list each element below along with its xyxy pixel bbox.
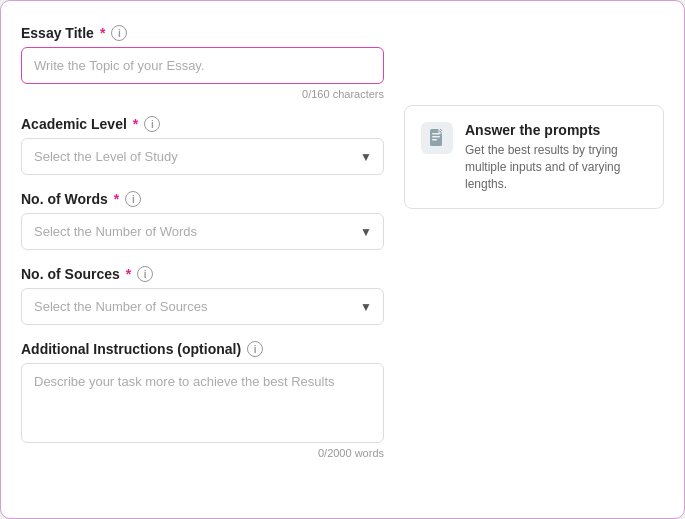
academic-level-label-text: Academic Level: [21, 116, 127, 132]
academic-level-info-icon[interactable]: i: [144, 116, 160, 132]
academic-level-select-wrapper: Select the Level of Study High School Un…: [21, 138, 384, 175]
num-sources-group: No. of Sources* i Select the Number of S…: [21, 266, 384, 325]
additional-instructions-textarea[interactable]: [21, 363, 384, 443]
essay-title-label-text: Essay Title: [21, 25, 94, 41]
num-words-select[interactable]: Select the Number of Words 275 words / 1…: [21, 213, 384, 250]
hint-description: Get the best results by trying multiple …: [465, 142, 647, 192]
hint-content: Answer the prompts Get the best results …: [465, 122, 647, 192]
num-words-info-icon[interactable]: i: [125, 191, 141, 207]
essay-title-group: Essay Title* i 0/160 characters: [21, 25, 384, 100]
required-star-3: *: [114, 191, 119, 207]
svg-rect-2: [432, 136, 440, 138]
num-sources-info-icon[interactable]: i: [137, 266, 153, 282]
num-sources-label: No. of Sources* i: [21, 266, 384, 282]
essay-title-info-icon[interactable]: i: [111, 25, 127, 41]
academic-level-label: Academic Level* i: [21, 116, 384, 132]
essay-title-label: Essay Title* i: [21, 25, 384, 41]
main-container: Essay Title* i 0/160 characters Academic…: [0, 0, 685, 519]
required-star-2: *: [133, 116, 138, 132]
num-words-label-text: No. of Words: [21, 191, 108, 207]
essay-title-char-count: 0/160 characters: [21, 88, 384, 100]
form-panel: Essay Title* i 0/160 characters Academic…: [21, 25, 384, 494]
right-panel: Answer the prompts Get the best results …: [404, 25, 664, 494]
academic-level-group: Academic Level* i Select the Level of St…: [21, 116, 384, 175]
additional-instructions-group: Additional Instructions (optional) i 0/2…: [21, 341, 384, 459]
required-star-4: *: [126, 266, 131, 282]
svg-rect-3: [432, 139, 437, 141]
num-sources-select[interactable]: Select the Number of Sources 1 2 3 4 5: [21, 288, 384, 325]
additional-instructions-label: Additional Instructions (optional) i: [21, 341, 384, 357]
num-sources-select-wrapper: Select the Number of Sources 1 2 3 4 5 ▼: [21, 288, 384, 325]
additional-instructions-info-icon[interactable]: i: [247, 341, 263, 357]
hint-title: Answer the prompts: [465, 122, 647, 138]
hint-document-icon: [421, 122, 453, 154]
num-words-group: No. of Words* i Select the Number of Wor…: [21, 191, 384, 250]
additional-instructions-word-count: 0/2000 words: [21, 447, 384, 459]
additional-instructions-label-text: Additional Instructions (optional): [21, 341, 241, 357]
hint-card: Answer the prompts Get the best results …: [404, 105, 664, 209]
num-words-select-wrapper: Select the Number of Words 275 words / 1…: [21, 213, 384, 250]
num-words-label: No. of Words* i: [21, 191, 384, 207]
academic-level-select[interactable]: Select the Level of Study High School Un…: [21, 138, 384, 175]
essay-title-input[interactable]: [21, 47, 384, 84]
required-star: *: [100, 25, 105, 41]
num-sources-label-text: No. of Sources: [21, 266, 120, 282]
